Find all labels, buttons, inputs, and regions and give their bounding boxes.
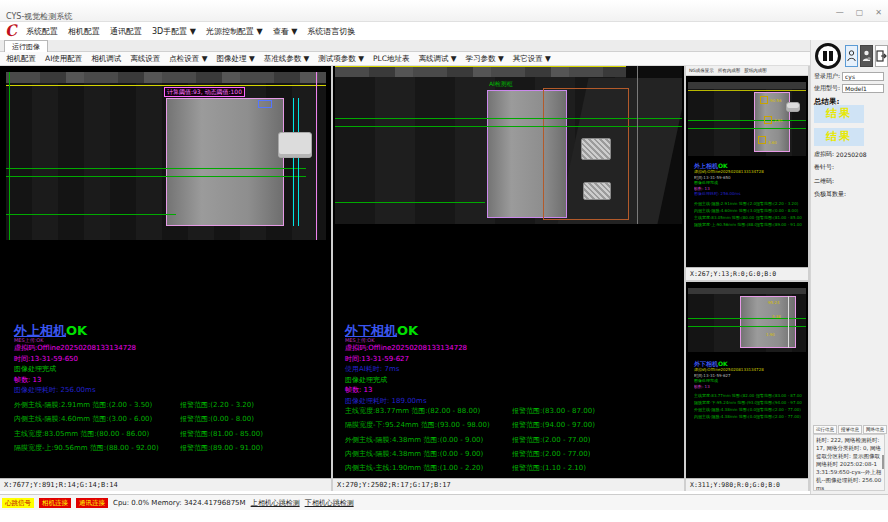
- pause-button[interactable]: [815, 43, 841, 69]
- tab-ng-display[interactable]: NG成像显示: [689, 68, 714, 73]
- user-settings-button[interactable]: [860, 45, 873, 67]
- measure-value: 内侧主线-主线:1.90mm 范围:(1.00 - 2.20): [345, 463, 512, 473]
- result-box-2: 结果: [814, 128, 864, 146]
- alarm-range: 报警范围:(2.00 - 77.00): [512, 435, 590, 445]
- tab-electrode: [581, 138, 611, 160]
- menu-item-comm-config[interactable]: 通讯配置: [110, 26, 142, 37]
- upper-camera-heartbeat-link[interactable]: 上相机心跳检测: [251, 498, 300, 508]
- camera-name: 外上相机: [694, 162, 718, 169]
- menu-item-camera-config[interactable]: 相机配置: [68, 26, 100, 37]
- thumbnail-image-upper[interactable]: 90.56 2.91 4.60: [688, 82, 806, 156]
- tab-run-image[interactable]: 运行图像: [4, 40, 48, 52]
- pixel-coordinate-readout: X:311;Y:980;R:0;G:0;B:0: [686, 478, 808, 491]
- model-input[interactable]: [842, 84, 884, 93]
- log-tab-network[interactable]: 网络信息: [863, 425, 887, 434]
- maximize-icon[interactable]: ▢: [856, 9, 864, 17]
- overlay-white-vline: [788, 296, 789, 348]
- annotation-box: [758, 136, 766, 144]
- tab-count-label: 负极耳数量:: [814, 190, 846, 199]
- minimize-icon[interactable]: —: [836, 9, 844, 17]
- lower-camera-heartbeat-link[interactable]: 下相机心跳检测: [305, 498, 354, 508]
- overlay-green-hline: [335, 202, 485, 203]
- toolbar-learn-params[interactable]: 学习参数 ▼: [466, 54, 504, 64]
- gripper-clip: [786, 102, 800, 112]
- measure-row: 主线宽度:83.05mm 范围:(80.00 - 86.00) 报警范围:(81…: [14, 427, 326, 441]
- camera-name: 外下相机: [694, 360, 718, 367]
- frame-count-line: 帧数: 13: [345, 385, 467, 396]
- toolbar-other-setting[interactable]: 其它设置 ▼: [513, 54, 551, 64]
- toolbar-offline-setting[interactable]: 离线设置: [130, 54, 160, 64]
- measure-value: 外侧主线-隔膜:2.91mm 范围:(2.00 - 3.50): [694, 201, 756, 208]
- elapsed-line: 图像处理耗时: 256.00ms: [14, 385, 136, 396]
- alarm-range: 报警范围:(94.00 - 97.00): [756, 400, 802, 407]
- alarm-range: 报警范围:(2.00 - 77.00): [756, 407, 802, 414]
- time-line: 时间:13-31-59-650: [14, 354, 136, 365]
- heartbeat-badge: 心跳信号: [2, 498, 34, 508]
- log-tab-alarm[interactable]: 报警信息: [838, 425, 862, 434]
- annotation-text: 4.60: [768, 140, 777, 145]
- log-tab-run[interactable]: 运行信息: [813, 425, 837, 434]
- toolbar-image-process[interactable]: 图像处理 ▼: [217, 54, 255, 64]
- user-login-button[interactable]: [845, 45, 858, 67]
- login-user-label: 登录用户:: [814, 72, 840, 81]
- needle-number-label: 卷针号:: [814, 163, 834, 172]
- tab-tape-images[interactable]: 胶纸内成图: [744, 68, 767, 73]
- menu-item-system-config[interactable]: 系统配置: [26, 26, 58, 37]
- camera-connect-badge: 相机连接: [39, 498, 71, 508]
- toolbar-offline-debug[interactable]: 离线调试 ▼: [418, 54, 456, 64]
- result-box-1: 结果: [814, 105, 864, 123]
- log-output[interactable]: 耗时: 222, 网络检测耗时: 17, 网络分类耗时: 0, 网络提取分区耗时…: [813, 434, 885, 491]
- threshold-label: 计算阈值:93, 动态阈值:100: [164, 87, 245, 97]
- measure-value: 隔膜宽度-下:95.24mm 范围:(93.00 - 98.00): [694, 400, 756, 407]
- pixel-coordinate-readout: X:270;Y:2502;R:17;G:17;B:17: [333, 478, 684, 491]
- menu-item-light-config[interactable]: 光源控制配置 ▼: [206, 26, 263, 37]
- thumbnail-column: NG成像显示 所有内成图 胶纸内成图 90.56 2.91: [686, 66, 808, 491]
- thumbnail-tabs: NG成像显示 所有内成图 胶纸内成图: [686, 66, 808, 75]
- gripper-clip: [278, 132, 312, 158]
- measure-row: 外侧主线-隔膜:4.38mm 范围:(0.00 - 9.00) 报警范围:(2.…: [345, 433, 680, 447]
- camera-image-lower[interactable]: AI检测框: [335, 66, 682, 224]
- annotation-text: 4.38: [772, 314, 781, 319]
- measure-value: 内侧主线-隔膜:4.60mm 范围:(3.00 - 6.00): [694, 208, 756, 215]
- exit-button[interactable]: [875, 45, 888, 67]
- log-tabs: 运行信息 报警信息 网络信息: [813, 425, 887, 434]
- process-done-line: 图像处理完成: [14, 364, 136, 375]
- log-scrollbar[interactable]: [882, 455, 884, 469]
- camera-image-upper[interactable]: 计算阈值:93, 动态阈值:100: [6, 72, 326, 240]
- alarm-range: 报警范围:(89.00 - 91.00): [180, 443, 263, 453]
- measure-value: 外侧主线-隔膜:2.91mm 范围:(2.00 - 3.50): [14, 400, 180, 410]
- time-line: 时间:13-31-59-627: [345, 354, 467, 365]
- titlebar: CYS-视觉检测系统 — ▢ ✕: [0, 0, 888, 22]
- toolbar-camera-debug[interactable]: 相机调试: [91, 54, 121, 64]
- tab-all-images[interactable]: 所有内成图: [718, 68, 741, 73]
- menu-item-language[interactable]: 系统语言切换: [307, 26, 355, 37]
- toolbar-baseline-params[interactable]: 基准线参数 ▼: [264, 54, 310, 64]
- measure-row: 内侧主线-隔膜:4.38mm 范围:(0.00 - 9.00) 报警范围:(2.…: [345, 447, 680, 461]
- close-icon[interactable]: ✕: [875, 9, 882, 17]
- toolbar-spotcheck-setting[interactable]: 点检设置 ▼: [169, 54, 207, 64]
- thumbnail-image-lower[interactable]: 95.24 4.38 1.90: [688, 288, 806, 352]
- annotation-text: 90.56: [770, 98, 781, 103]
- toolbar-plc-table[interactable]: PLC地址表: [373, 54, 409, 64]
- image-texture: [637, 66, 638, 224]
- pixel-coordinate-readout: X:267;Y:13;R:0;G:0;B:0: [686, 267, 808, 280]
- alarm-range: 报警范围:(83.00 - 87.00): [756, 393, 802, 400]
- pixel-coordinate-readout: X:7677;Y:891;R:14;G:14;B:14: [0, 478, 331, 491]
- measure-value: 主线宽度:83.05mm 范围:(80.00 - 86.00): [694, 215, 756, 222]
- exit-door-icon: [876, 50, 887, 62]
- measure-row: 隔膜宽度-上:90.56mm 范围:(88.00 - 92.00)报警范围:(8…: [694, 222, 802, 229]
- toolbar-camera-config[interactable]: 相机配置: [6, 54, 36, 64]
- alarm-range: 报警范围:(2.20 - 3.20): [180, 400, 254, 410]
- annotation-text: 1.90: [766, 332, 775, 337]
- image-texture: [6, 72, 326, 83]
- menu-item-view[interactable]: 查看 ▼: [273, 26, 298, 37]
- status-ok: OK: [397, 323, 418, 338]
- right-sidebar: 登录用户: 使用型号: 总结果: 结果 结果 虚拟码: 20250208 卷针号…: [810, 40, 888, 494]
- toolbar-ai-config[interactable]: AI使用配置: [45, 54, 82, 64]
- menu-item-3d-config[interactable]: 3D手配置 ▼: [152, 26, 196, 37]
- overlay-green-hline: [335, 118, 682, 119]
- login-user-input[interactable]: [842, 72, 884, 81]
- toolbar-test-params[interactable]: 测试项参数 ▼: [318, 54, 364, 64]
- cell-region: [166, 98, 284, 226]
- frame-count-line: 帧数: 13: [694, 384, 802, 390]
